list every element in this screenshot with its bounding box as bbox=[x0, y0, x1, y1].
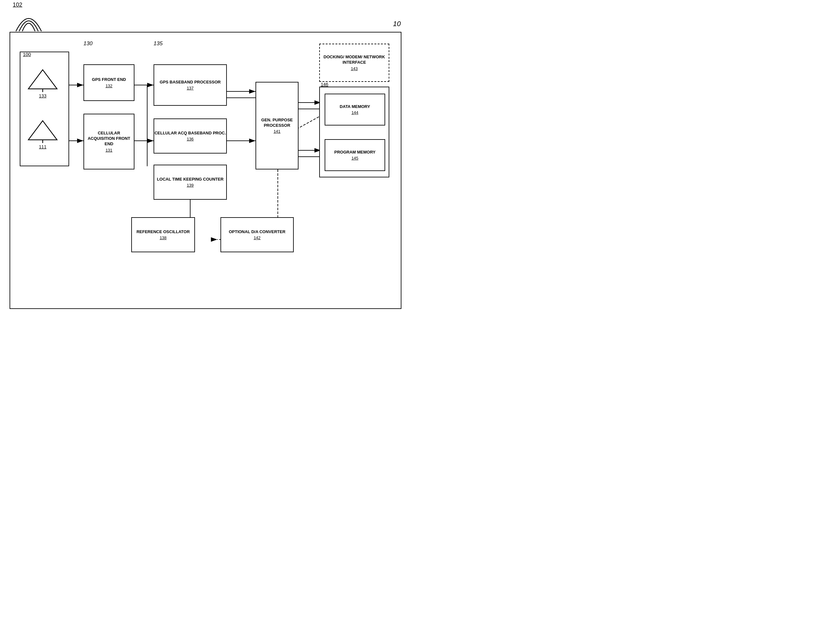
local-time-box: LOCAL TIME KEEPING COUNTER 139 bbox=[154, 165, 227, 200]
ref-10-label: 10 bbox=[393, 20, 401, 28]
ref-130-label: 130 bbox=[83, 41, 93, 47]
ref-133: 133 bbox=[27, 93, 59, 99]
ref-102-label: 102 bbox=[13, 2, 22, 8]
docking-ref: 143 bbox=[351, 66, 358, 71]
local-time-ref: 139 bbox=[187, 183, 194, 188]
ref-osc-label: REFERENCE OSCILLATOR bbox=[136, 229, 190, 235]
gps-front-end-box: GPS FRONT END 132 bbox=[83, 64, 135, 101]
antennas-box: 100 133 111 bbox=[20, 52, 69, 166]
main-outer-box: 100 133 111 130 bbox=[9, 32, 401, 309]
svg-marker-25 bbox=[28, 70, 57, 89]
ref-135-label: 135 bbox=[154, 41, 163, 47]
antenna-102-area: 102 bbox=[9, 2, 48, 36]
ref-osc-box: REFERENCE OSCILLATOR 138 bbox=[131, 217, 195, 252]
optional-da-box: OPTIONAL D/A CONVERTER 142 bbox=[221, 217, 294, 252]
program-memory-box: PROGRAM MEMORY 145 bbox=[325, 139, 385, 171]
gen-purpose-box: GEN. PURPOSE PROCESSOR 141 bbox=[256, 82, 298, 169]
gps-antenna: 133 bbox=[27, 68, 59, 99]
ref-146-label: 146 bbox=[321, 82, 328, 87]
memory-group-box: DATA MEMORY 144 PROGRAM MEMORY 145 bbox=[319, 87, 389, 177]
docking-box: DOCKING/ MODEM/ NETWORK INTERFACE 143 bbox=[319, 44, 389, 82]
gps-baseband-ref: 137 bbox=[187, 86, 194, 91]
ref-111: 111 bbox=[27, 144, 59, 149]
gps-baseband-label: GPS BASEBAND PROCESSOR bbox=[160, 80, 221, 85]
cell-antenna-svg bbox=[27, 119, 59, 144]
data-memory-label: DATA MEMORY bbox=[340, 104, 370, 110]
program-memory-label: PROGRAM MEMORY bbox=[334, 150, 376, 155]
gps-antenna-svg bbox=[27, 68, 59, 94]
cellular-acq-fe-ref: 131 bbox=[105, 148, 113, 152]
cell-acq-baseband-ref: 136 bbox=[187, 136, 194, 141]
cell-acq-baseband-box: CELLULAR ACQ BASEBAND PROC. 136 bbox=[154, 119, 227, 154]
gps-front-end-label: GPS FRONT END bbox=[92, 77, 126, 83]
diagram-container: 102 10 bbox=[0, 0, 414, 322]
data-memory-ref: 144 bbox=[351, 110, 358, 115]
optional-da-label: OPTIONAL D/A CONVERTER bbox=[229, 229, 285, 235]
program-memory-ref: 145 bbox=[351, 156, 358, 160]
gen-purpose-ref: 141 bbox=[274, 129, 281, 134]
gen-purpose-label: GEN. PURPOSE PROCESSOR bbox=[256, 118, 298, 128]
optional-da-ref: 142 bbox=[254, 235, 260, 240]
gps-front-end-ref: 132 bbox=[105, 83, 113, 88]
docking-label: DOCKING/ MODEM/ NETWORK INTERFACE bbox=[320, 55, 389, 65]
cell-acq-baseband-label: CELLULAR ACQ BASEBAND PROC. bbox=[155, 131, 226, 136]
cellular-acq-fe-label: CELLULAR ACQUISITION FRONT END bbox=[84, 131, 134, 147]
ref-100: 100 bbox=[23, 52, 31, 57]
cellular-acq-fe-box: CELLULAR ACQUISITION FRONT END 131 bbox=[83, 114, 135, 169]
data-memory-box: DATA MEMORY 144 bbox=[325, 94, 385, 125]
local-time-label: LOCAL TIME KEEPING COUNTER bbox=[157, 177, 223, 182]
ref-osc-ref: 138 bbox=[160, 235, 166, 240]
svg-marker-27 bbox=[28, 121, 57, 140]
cell-antenna: 111 bbox=[27, 119, 59, 149]
gps-baseband-box: GPS BASEBAND PROCESSOR 137 bbox=[154, 64, 227, 106]
